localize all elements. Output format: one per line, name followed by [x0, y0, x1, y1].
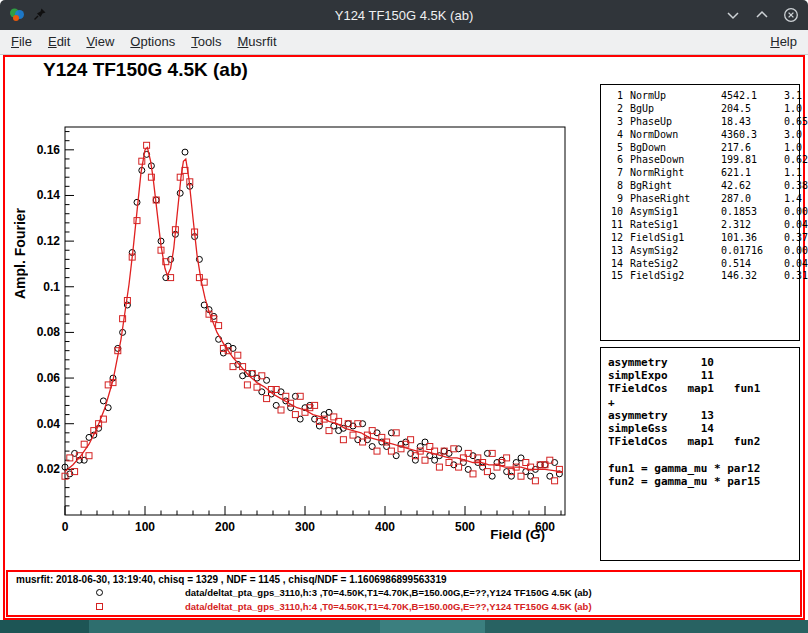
title-bar[interactable]: Y124 TF150G 4.5K (ab) — [0, 0, 808, 30]
theory-line: asymmetry 13 — [608, 409, 797, 422]
menu-item-help[interactable]: Help — [762, 30, 805, 54]
param-value: 18.43 — [721, 116, 777, 129]
legend-row: data/deltat_pta_gps_3110,h:4 ,T0=4.50K,T… — [8, 599, 800, 613]
data-point-circle — [432, 457, 438, 463]
param-name: FieldSig2 — [630, 270, 714, 283]
param-idx: 10 — [607, 206, 623, 219]
param-rows: 1NormUp4542.13.12BgUp204.51.03PhaseUp18.… — [607, 90, 797, 283]
y-tick-label: 0.14 — [37, 188, 61, 202]
theory-line: asymmetry 10 — [608, 356, 797, 369]
data-point-square — [422, 457, 428, 463]
data-point-square — [264, 396, 270, 402]
data-point-square — [388, 448, 394, 454]
param-error: 0.38 — [784, 180, 808, 193]
data-point-square — [350, 432, 356, 438]
param-value: 199.81 — [721, 154, 777, 167]
y-tick-label: 0.06 — [37, 371, 61, 385]
param-value: 0.01716 — [721, 245, 777, 258]
close-button[interactable] — [783, 7, 799, 23]
y-tick-label: 0.04 — [37, 417, 61, 431]
param-value: 4542.1 — [721, 90, 777, 103]
root-canvas[interactable]: 01002003004005006000.020.040.060.080.10.… — [3, 55, 805, 620]
x-tick-label: 100 — [135, 520, 155, 534]
theory-line: + — [608, 396, 797, 409]
maximize-button[interactable] — [754, 7, 770, 23]
data-point-square — [532, 478, 538, 484]
theory-line: TFieldCos map1 fun1 — [608, 382, 797, 395]
pin-icon[interactable] — [33, 7, 49, 23]
param-value: 146.32 — [721, 270, 777, 283]
param-name: RateSig1 — [630, 219, 714, 232]
param-row: 11RateSig12.3120.043 — [607, 219, 797, 232]
param-name: AsymSig1 — [630, 206, 714, 219]
param-name: NormDown — [630, 129, 714, 142]
param-name: BgDown — [630, 142, 714, 155]
menu-item-edit[interactable]: Edit — [40, 30, 78, 54]
data-point-circle — [134, 199, 140, 205]
param-idx: 13 — [607, 245, 623, 258]
param-value: 101.36 — [721, 232, 777, 245]
param-name: NormUp — [630, 90, 714, 103]
param-error: 1.0 — [784, 103, 802, 116]
param-row: 2BgUp204.51.0 — [607, 103, 797, 116]
data-point-square — [254, 384, 260, 390]
y-tick-label: 0.12 — [37, 234, 61, 248]
param-row: 3PhaseUp18.430.65 — [607, 116, 797, 129]
param-idx: 6 — [607, 154, 623, 167]
parameter-box: 1NormUp4542.13.12BgUp204.51.03PhaseUp18.… — [600, 84, 800, 341]
param-idx: 14 — [607, 258, 623, 271]
data-point-square — [470, 471, 476, 477]
param-row: 9PhaseRight287.01.4 — [607, 193, 797, 206]
data-point-square — [436, 464, 442, 470]
param-name: BgRight — [630, 180, 714, 193]
param-row: 13AsymSig20.017160.00098 — [607, 245, 797, 258]
theory-line: simpleGss 14 — [608, 422, 797, 435]
param-name: RateSig2 — [630, 258, 714, 271]
param-idx: 11 — [607, 219, 623, 232]
param-error: 3.0 — [784, 129, 802, 142]
theory-line — [608, 448, 797, 461]
param-row: 15FieldSig2146.320.31 — [607, 270, 797, 283]
param-idx: 15 — [607, 270, 623, 283]
menu-item-musrfit[interactable]: Musrfit — [230, 30, 285, 54]
y-tick-label: 0.1 — [43, 280, 60, 294]
param-name: AsymSig2 — [630, 245, 714, 258]
param-idx: 7 — [607, 167, 623, 180]
param-idx: 9 — [607, 193, 623, 206]
param-value: 42.62 — [721, 180, 777, 193]
param-row: 10AsymSig10.18530.0028 — [607, 206, 797, 219]
menu-item-tools[interactable]: Tools — [183, 30, 229, 54]
data-point-square — [484, 469, 490, 475]
menu-item-file[interactable]: File — [3, 30, 40, 54]
legend-row: data/deltat_pta_gps_3110,h:3 ,T0=4.50K,T… — [8, 585, 800, 599]
theory-line: simplExpo 11 — [608, 369, 797, 382]
param-error: 0.62 — [784, 154, 808, 167]
param-value: 0.1853 — [721, 206, 777, 219]
menu-item-options[interactable]: Options — [122, 30, 183, 54]
param-row: 7NormRight621.11.1 — [607, 167, 797, 180]
param-value: 621.1 — [721, 167, 777, 180]
param-error: 1.0 — [784, 142, 802, 155]
data-point-square — [81, 441, 87, 447]
minimize-button[interactable] — [725, 7, 741, 23]
param-row: 1NormUp4542.13.1 — [607, 90, 797, 103]
param-error: 1.4 — [784, 193, 802, 206]
legend-label: data/deltat_pta_gps_3110,h:3 ,T0=4.50K,T… — [185, 587, 592, 598]
param-error: 0.37 — [784, 232, 808, 245]
x-tick-label: 400 — [375, 520, 395, 534]
param-name: NormRight — [630, 167, 714, 180]
fit-info: musrfit: 2018-06-30, 13:19:40, chisq = 1… — [16, 574, 800, 585]
menu-bar: FileEditViewOptionsToolsMusrfit Help — [0, 30, 808, 55]
theory-box: asymmetry 10simplExpo 11TFieldCos map1 f… — [600, 347, 800, 561]
data-point-circle — [182, 149, 188, 155]
app-icon[interactable] — [9, 7, 25, 23]
data-point-square — [552, 478, 558, 484]
param-row: 14RateSig20.5140.045 — [607, 258, 797, 271]
param-name: FieldSig1 — [630, 232, 714, 245]
x-tick-label: 0 — [62, 520, 69, 534]
param-row: 12FieldSig1101.360.37 — [607, 232, 797, 245]
legend-label: data/deltat_pta_gps_3110,h:4 ,T0=4.50K,T… — [185, 601, 592, 612]
param-name: PhaseUp — [630, 116, 714, 129]
menu-item-view[interactable]: View — [78, 30, 122, 54]
param-row: 6PhaseDown199.810.62 — [607, 154, 797, 167]
